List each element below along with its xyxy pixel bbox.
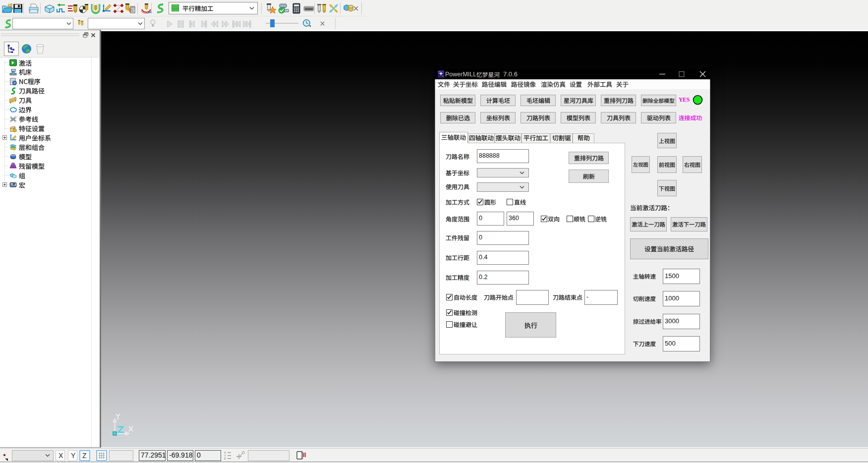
svg-text:Z: Z bbox=[224, 457, 226, 460]
